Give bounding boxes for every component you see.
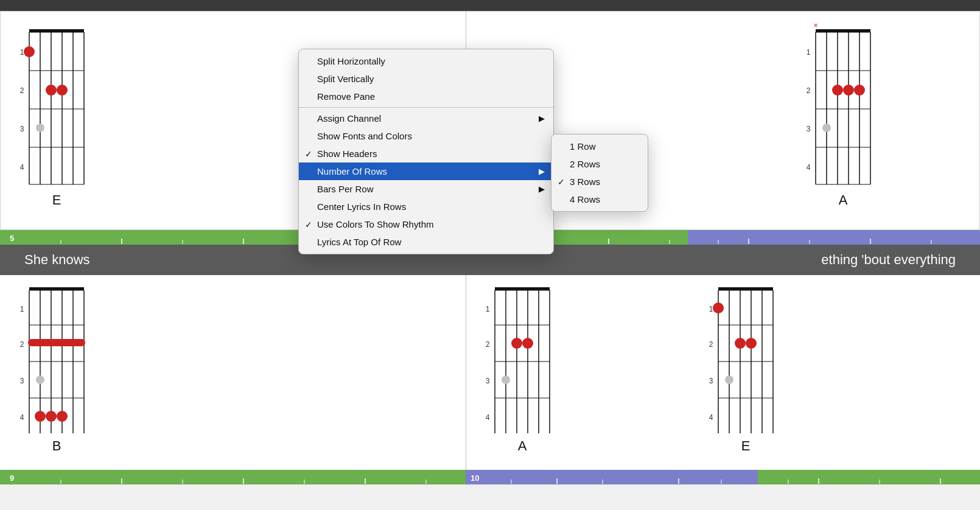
svg-point-114 <box>713 302 724 313</box>
menu-item-lyrics-at-top[interactable]: Lyrics At Top Of Row <box>299 233 553 251</box>
svg-text:4: 4 <box>486 413 490 422</box>
svg-point-115 <box>735 338 746 349</box>
submenu-label-1-row: 1 Row <box>570 141 596 152</box>
svg-text:3: 3 <box>20 377 24 385</box>
svg-text:4: 4 <box>20 413 24 422</box>
ruler-purple-top <box>688 230 980 245</box>
svg-rect-98 <box>718 287 773 290</box>
svg-point-39 <box>854 85 865 96</box>
submenu-label-2-rows: 2 Rows <box>570 159 600 169</box>
chord-a-bottom-center: 1 2 3 4 A <box>483 281 562 454</box>
menu-item-show-fonts[interactable]: Show Fonts and Colors <box>299 127 553 145</box>
svg-text:1: 1 <box>807 48 811 57</box>
menu-item-split-vertically[interactable]: Split Vertically <box>299 70 553 88</box>
svg-text:1: 1 <box>20 305 24 313</box>
svg-text:2: 2 <box>709 340 713 349</box>
use-colors-check-icon: ✓ <box>305 220 312 229</box>
lyrics-right: ething 'bout everything <box>821 252 956 268</box>
svg-text:1: 1 <box>20 48 24 57</box>
svg-rect-0 <box>29 29 84 32</box>
top-bar <box>0 0 980 11</box>
svg-point-76 <box>35 411 46 422</box>
number-of-rows-arrow-icon: ▶ <box>539 167 545 176</box>
bars-per-row-arrow-icon: ▶ <box>539 184 545 194</box>
svg-point-97 <box>502 376 510 384</box>
svg-point-96 <box>522 338 533 349</box>
svg-rect-20 <box>816 29 870 32</box>
chord-e-bottom-right: 1 2 3 4 E <box>706 281 785 454</box>
chord-e-bottom-right-label: E <box>741 438 751 454</box>
chord-a-bottom-center-label: A <box>518 438 527 454</box>
svg-point-40 <box>822 124 831 132</box>
svg-text:4: 4 <box>807 163 811 172</box>
submenu-3-rows-check-icon: ✓ <box>558 177 565 187</box>
svg-point-77 <box>46 411 57 422</box>
chord-a-top-right-label: A <box>839 192 848 208</box>
menu-item-number-of-rows[interactable]: Number Of Rows ▶ <box>299 162 553 180</box>
svg-text:2: 2 <box>807 86 811 95</box>
svg-point-116 <box>746 338 757 349</box>
svg-text:×: × <box>813 23 818 30</box>
menu-label-bars-per-row: Bars Per Row <box>317 184 374 194</box>
context-menu: Split Horizontally Split Vertically Remo… <box>298 49 554 254</box>
svg-rect-74 <box>28 339 85 346</box>
chord-e-bottom-svg: 1 2 3 4 <box>706 281 785 433</box>
menu-label-lyrics-at-top: Lyrics At Top Of Row <box>317 237 401 247</box>
submenu-item-1-row[interactable]: 1 Row <box>551 138 648 155</box>
svg-text:2: 2 <box>20 340 24 349</box>
chord-b-svg: 1 2 3 4 <box>17 281 96 433</box>
svg-point-17 <box>46 85 57 96</box>
svg-point-78 <box>57 411 68 422</box>
svg-text:4: 4 <box>709 413 713 422</box>
svg-text:9: 9 <box>10 473 14 483</box>
menu-item-use-colors[interactable]: ✓ Use Colors To Show Rhythm <box>299 215 553 233</box>
svg-rect-58 <box>29 287 84 290</box>
svg-text:4: 4 <box>20 163 24 172</box>
svg-point-18 <box>57 85 68 96</box>
submenu-item-2-rows[interactable]: 2 Rows <box>551 155 648 173</box>
svg-point-75 <box>36 376 44 384</box>
svg-text:1: 1 <box>709 305 713 313</box>
menu-item-show-headers[interactable]: ✓ Show Headers <box>299 145 553 162</box>
svg-point-16 <box>24 46 35 57</box>
menu-label-show-headers: Show Headers <box>317 148 377 159</box>
submenu-item-3-rows[interactable]: ✓ 3 Rows <box>551 173 648 190</box>
svg-point-95 <box>511 338 522 349</box>
menu-item-bars-per-row[interactable]: Bars Per Row ▶ <box>299 180 553 198</box>
submenu-label-4-rows: 4 Rows <box>570 194 600 204</box>
menu-label-assign-channel: Assign Channel <box>317 113 381 124</box>
assign-channel-arrow-icon: ▶ <box>539 114 545 123</box>
menu-label-remove-pane: Remove Pane <box>317 91 375 102</box>
show-headers-check-icon: ✓ <box>305 149 312 159</box>
svg-point-38 <box>843 85 854 96</box>
svg-point-19 <box>36 124 44 132</box>
svg-text:3: 3 <box>486 377 490 385</box>
menu-label-split-v: Split Vertically <box>317 74 374 84</box>
submenu-number-of-rows: 1 Row 2 Rows ✓ 3 Rows 4 Rows <box>551 134 648 212</box>
menu-label-number-of-rows: Number Of Rows <box>317 166 387 176</box>
menu-label-split-h: Split Horizontally <box>317 56 385 66</box>
ruler-green-bottom-left: 9 <box>0 470 466 484</box>
submenu-label-3-rows: 3 Rows <box>570 176 600 187</box>
chord-e-top-left: 1 2 3 4 E <box>17 23 96 208</box>
chord-b-bottom-left-label: B <box>52 438 61 454</box>
svg-text:5: 5 <box>10 234 14 243</box>
svg-text:2: 2 <box>486 340 490 349</box>
svg-text:3: 3 <box>20 125 24 133</box>
menu-item-split-horizontally[interactable]: Split Horizontally <box>299 52 553 70</box>
svg-text:1: 1 <box>486 305 490 313</box>
svg-point-117 <box>725 376 733 384</box>
ruler-green-bottom-right <box>758 470 980 484</box>
menu-item-assign-channel[interactable]: Assign Channel ▶ <box>299 110 553 127</box>
svg-text:3: 3 <box>807 125 811 133</box>
chord-e-svg: 1 2 3 4 <box>17 23 96 187</box>
svg-text:10: 10 <box>471 473 479 483</box>
menu-item-center-lyrics[interactable]: Center Lyrics In Rows <box>299 198 553 215</box>
menu-label-center-lyrics: Center Lyrics In Rows <box>317 201 406 212</box>
menu-label-show-fonts: Show Fonts and Colors <box>317 131 412 141</box>
submenu-item-4-rows[interactable]: 4 Rows <box>551 190 648 208</box>
menu-separator-1 <box>299 107 553 108</box>
divider-bottom-center <box>466 275 466 470</box>
chord-e-top-left-label: E <box>52 192 61 208</box>
menu-item-remove-pane[interactable]: Remove Pane <box>299 88 553 105</box>
